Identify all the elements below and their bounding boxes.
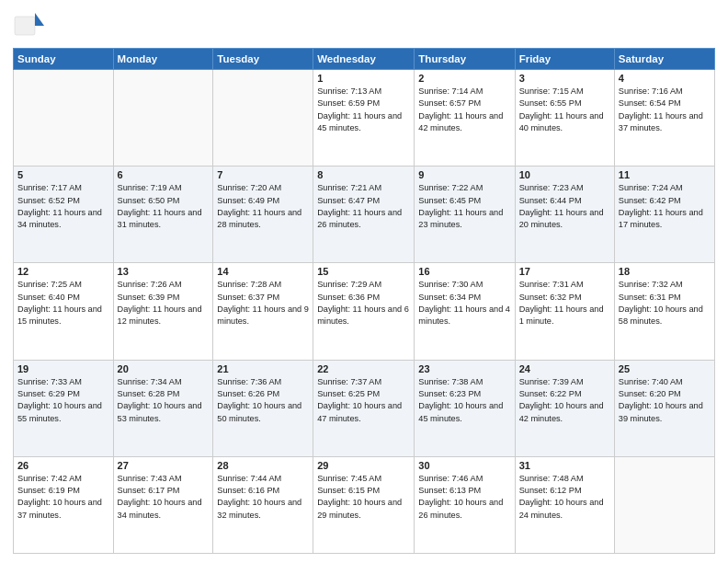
calendar-cell: 8Sunrise: 7:21 AMSunset: 6:47 PMDaylight…	[313, 167, 415, 263]
calendar-cell	[614, 456, 714, 553]
col-header-friday: Friday	[515, 49, 614, 70]
calendar-cell	[113, 70, 213, 167]
day-number: 27	[118, 460, 210, 471]
calendar-cell: 24Sunrise: 7:39 AMSunset: 6:22 PMDayligh…	[515, 360, 614, 456]
day-number: 28	[217, 460, 309, 471]
day-number: 17	[519, 266, 610, 277]
day-number: 8	[317, 169, 410, 180]
calendar-cell: 21Sunrise: 7:36 AMSunset: 6:26 PMDayligh…	[213, 360, 313, 456]
col-header-thursday: Thursday	[415, 49, 515, 70]
day-info: Sunrise: 7:25 AMSunset: 6:40 PMDaylight:…	[17, 279, 109, 327]
day-info: Sunrise: 7:43 AMSunset: 6:17 PMDaylight:…	[118, 473, 210, 522]
day-number: 2	[418, 73, 510, 84]
day-info: Sunrise: 7:29 AMSunset: 6:36 PMDaylight:…	[317, 279, 410, 327]
calendar-table: SundayMondayTuesdayWednesdayThursdayFrid…	[13, 48, 715, 554]
day-number: 11	[619, 169, 711, 180]
day-info: Sunrise: 7:42 AMSunset: 6:19 PMDaylight:…	[17, 473, 109, 522]
day-number: 31	[519, 460, 610, 471]
calendar-cell: 23Sunrise: 7:38 AMSunset: 6:23 PMDayligh…	[415, 360, 515, 456]
calendar-cell: 16Sunrise: 7:30 AMSunset: 6:34 PMDayligh…	[415, 263, 515, 360]
day-number: 25	[619, 363, 711, 374]
day-number: 19	[17, 363, 109, 374]
calendar-cell: 22Sunrise: 7:37 AMSunset: 6:25 PMDayligh…	[313, 360, 415, 456]
day-info: Sunrise: 7:15 AMSunset: 6:55 PMDaylight:…	[519, 86, 610, 134]
day-number: 9	[418, 169, 510, 180]
col-header-tuesday: Tuesday	[213, 49, 313, 70]
day-info: Sunrise: 7:34 AMSunset: 6:28 PMDaylight:…	[118, 376, 210, 425]
calendar-cell: 5Sunrise: 7:17 AMSunset: 6:52 PMDaylight…	[14, 167, 114, 263]
day-number: 18	[619, 266, 711, 277]
logo	[13, 9, 50, 42]
day-info: Sunrise: 7:22 AMSunset: 6:45 PMDaylight:…	[418, 182, 510, 231]
day-info: Sunrise: 7:19 AMSunset: 6:50 PMDaylight:…	[118, 182, 210, 231]
day-info: Sunrise: 7:44 AMSunset: 6:16 PMDaylight:…	[217, 473, 309, 522]
day-number: 3	[519, 73, 610, 84]
day-number: 4	[619, 73, 711, 84]
calendar-cell: 18Sunrise: 7:32 AMSunset: 6:31 PMDayligh…	[614, 263, 714, 360]
day-info: Sunrise: 7:33 AMSunset: 6:29 PMDaylight:…	[17, 376, 109, 425]
day-info: Sunrise: 7:26 AMSunset: 6:39 PMDaylight:…	[118, 279, 210, 327]
calendar-cell: 2Sunrise: 7:14 AMSunset: 6:57 PMDaylight…	[415, 70, 515, 167]
svg-rect-0	[15, 17, 35, 35]
day-info: Sunrise: 7:28 AMSunset: 6:37 PMDaylight:…	[217, 279, 309, 327]
day-number: 12	[17, 266, 109, 277]
day-info: Sunrise: 7:23 AMSunset: 6:44 PMDaylight:…	[519, 182, 610, 231]
calendar-cell: 14Sunrise: 7:28 AMSunset: 6:37 PMDayligh…	[213, 263, 313, 360]
col-header-wednesday: Wednesday	[313, 49, 415, 70]
calendar-week-row: 5Sunrise: 7:17 AMSunset: 6:52 PMDaylight…	[14, 167, 715, 263]
calendar-cell: 13Sunrise: 7:26 AMSunset: 6:39 PMDayligh…	[113, 263, 213, 360]
calendar-cell: 28Sunrise: 7:44 AMSunset: 6:16 PMDayligh…	[213, 456, 313, 553]
day-info: Sunrise: 7:21 AMSunset: 6:47 PMDaylight:…	[317, 182, 410, 231]
day-number: 26	[17, 460, 109, 471]
calendar-cell: 26Sunrise: 7:42 AMSunset: 6:19 PMDayligh…	[14, 456, 114, 553]
day-info: Sunrise: 7:20 AMSunset: 6:49 PMDaylight:…	[217, 182, 309, 231]
calendar-cell	[213, 70, 313, 167]
col-header-saturday: Saturday	[614, 49, 714, 70]
calendar-cell: 12Sunrise: 7:25 AMSunset: 6:40 PMDayligh…	[14, 263, 114, 360]
calendar-cell: 11Sunrise: 7:24 AMSunset: 6:42 PMDayligh…	[614, 167, 714, 263]
col-header-monday: Monday	[113, 49, 213, 70]
day-number: 16	[418, 266, 510, 277]
calendar-cell: 25Sunrise: 7:40 AMSunset: 6:20 PMDayligh…	[614, 360, 714, 456]
calendar-week-row: 1Sunrise: 7:13 AMSunset: 6:59 PMDaylight…	[14, 70, 715, 167]
calendar-cell: 10Sunrise: 7:23 AMSunset: 6:44 PMDayligh…	[515, 167, 614, 263]
calendar-cell: 27Sunrise: 7:43 AMSunset: 6:17 PMDayligh…	[113, 456, 213, 553]
day-number: 22	[317, 363, 410, 374]
calendar-cell: 9Sunrise: 7:22 AMSunset: 6:45 PMDaylight…	[415, 167, 515, 263]
svg-marker-1	[35, 13, 44, 26]
day-number: 29	[317, 460, 410, 471]
col-header-sunday: Sunday	[14, 49, 114, 70]
header	[13, 9, 715, 42]
calendar-cell: 19Sunrise: 7:33 AMSunset: 6:29 PMDayligh…	[14, 360, 114, 456]
day-info: Sunrise: 7:14 AMSunset: 6:57 PMDaylight:…	[418, 86, 510, 134]
day-number: 7	[217, 169, 309, 180]
calendar-cell: 7Sunrise: 7:20 AMSunset: 6:49 PMDaylight…	[213, 167, 313, 263]
calendar-cell: 1Sunrise: 7:13 AMSunset: 6:59 PMDaylight…	[313, 70, 415, 167]
day-info: Sunrise: 7:31 AMSunset: 6:32 PMDaylight:…	[519, 279, 610, 327]
day-number: 21	[217, 363, 309, 374]
day-number: 14	[217, 266, 309, 277]
day-info: Sunrise: 7:39 AMSunset: 6:22 PMDaylight:…	[519, 376, 610, 425]
calendar-cell: 15Sunrise: 7:29 AMSunset: 6:36 PMDayligh…	[313, 263, 415, 360]
calendar-week-row: 12Sunrise: 7:25 AMSunset: 6:40 PMDayligh…	[14, 263, 715, 360]
calendar-cell: 29Sunrise: 7:45 AMSunset: 6:15 PMDayligh…	[313, 456, 415, 553]
day-info: Sunrise: 7:17 AMSunset: 6:52 PMDaylight:…	[17, 182, 109, 231]
calendar-header-row: SundayMondayTuesdayWednesdayThursdayFrid…	[14, 49, 715, 70]
day-info: Sunrise: 7:24 AMSunset: 6:42 PMDaylight:…	[619, 182, 711, 231]
calendar-cell: 4Sunrise: 7:16 AMSunset: 6:54 PMDaylight…	[614, 70, 714, 167]
calendar-cell: 17Sunrise: 7:31 AMSunset: 6:32 PMDayligh…	[515, 263, 614, 360]
calendar-cell: 20Sunrise: 7:34 AMSunset: 6:28 PMDayligh…	[113, 360, 213, 456]
day-number: 13	[118, 266, 210, 277]
day-info: Sunrise: 7:37 AMSunset: 6:25 PMDaylight:…	[317, 376, 410, 425]
calendar-cell: 6Sunrise: 7:19 AMSunset: 6:50 PMDaylight…	[113, 167, 213, 263]
day-info: Sunrise: 7:48 AMSunset: 6:12 PMDaylight:…	[519, 473, 610, 522]
day-info: Sunrise: 7:32 AMSunset: 6:31 PMDaylight:…	[619, 279, 711, 327]
day-info: Sunrise: 7:13 AMSunset: 6:59 PMDaylight:…	[317, 86, 410, 134]
calendar-cell: 30Sunrise: 7:46 AMSunset: 6:13 PMDayligh…	[415, 456, 515, 553]
day-info: Sunrise: 7:45 AMSunset: 6:15 PMDaylight:…	[317, 473, 410, 522]
calendar-week-row: 26Sunrise: 7:42 AMSunset: 6:19 PMDayligh…	[14, 456, 715, 553]
day-info: Sunrise: 7:46 AMSunset: 6:13 PMDaylight:…	[418, 473, 510, 522]
day-number: 10	[519, 169, 610, 180]
day-info: Sunrise: 7:40 AMSunset: 6:20 PMDaylight:…	[619, 376, 711, 425]
calendar-cell: 3Sunrise: 7:15 AMSunset: 6:55 PMDaylight…	[515, 70, 614, 167]
